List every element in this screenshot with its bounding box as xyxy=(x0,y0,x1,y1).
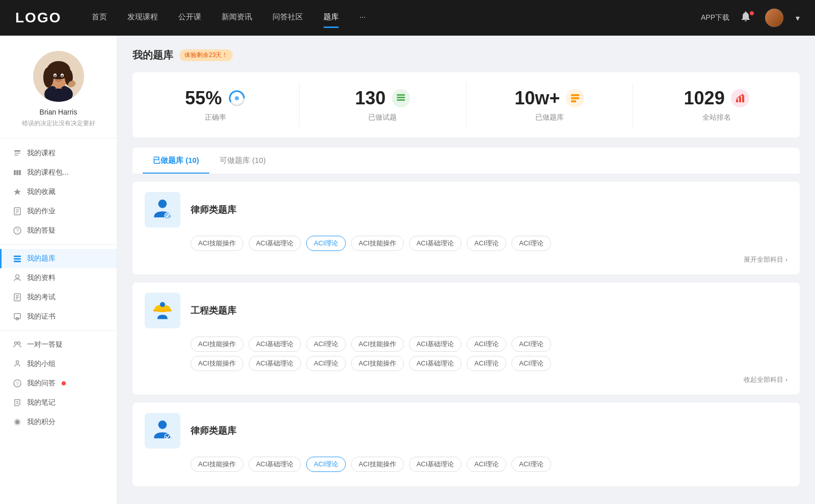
cert-icon xyxy=(13,312,22,321)
user-menu-chevron[interactable]: ▾ xyxy=(796,13,800,23)
tag[interactable]: ACI理论 xyxy=(467,457,506,472)
points-icon xyxy=(13,417,22,427)
user-avatar[interactable] xyxy=(765,9,783,27)
group-icon xyxy=(13,359,22,369)
svg-rect-62 xyxy=(153,310,172,311)
tag[interactable]: ACI理论 xyxy=(306,356,346,371)
qbank-1-expand[interactable]: 展开全部科目 › xyxy=(145,255,787,264)
tag[interactable]: ACI理论 xyxy=(467,337,506,352)
nav-qbank[interactable]: 题库 xyxy=(323,12,339,24)
qa-icon: ? xyxy=(13,226,22,235)
sidebar-item-1on1[interactable]: 一对一答疑 xyxy=(0,335,117,354)
nav-news[interactable]: 新闻资讯 xyxy=(222,12,252,24)
svg-rect-17 xyxy=(19,170,21,175)
svg-rect-49 xyxy=(397,97,405,98)
tag[interactable]: ACI技能操作 xyxy=(351,337,404,352)
qbank-2-collapse[interactable]: 收起全部科目 › xyxy=(145,375,787,384)
course-pack-icon xyxy=(13,168,22,177)
main-content: 我的题库 体验剩余23天！ 55% 正确 xyxy=(117,36,815,504)
tag[interactable]: ACI基础理论 xyxy=(249,337,302,352)
tab-done-banks[interactable]: 已做题库 (10) xyxy=(143,148,209,174)
tag[interactable]: ACI基础理论 xyxy=(409,457,462,472)
svg-point-5 xyxy=(43,67,53,88)
tag[interactable]: ACI基础理论 xyxy=(249,356,302,371)
sidebar-item-homework[interactable]: 我的作业 xyxy=(0,202,117,221)
tag-active[interactable]: ACI理论 xyxy=(306,236,346,251)
tag-active[interactable]: ACI理论 xyxy=(306,457,346,472)
tag[interactable]: ACI技能操作 xyxy=(191,337,243,352)
favorites-icon xyxy=(13,187,22,197)
tag[interactable]: ACI理论 xyxy=(511,356,551,371)
nav-opencourse[interactable]: 公开课 xyxy=(178,12,201,24)
tag[interactable]: ACI基础理论 xyxy=(409,337,462,352)
tag[interactable]: ACI理论 xyxy=(511,236,551,251)
sidebar-item-course-pack[interactable]: 我的课程包... xyxy=(0,163,117,182)
svg-rect-12 xyxy=(14,150,20,152)
trial-badge: 体验剩余23天！ xyxy=(179,49,233,61)
tag[interactable]: ACI技能操作 xyxy=(191,236,243,251)
nav-home[interactable]: 首页 xyxy=(92,12,107,24)
tag[interactable]: ACI技能操作 xyxy=(351,457,404,472)
tag[interactable]: ACI技能操作 xyxy=(191,356,243,371)
sidebar-item-cert[interactable]: 我的证书 xyxy=(0,307,117,326)
tab-available-banks[interactable]: 可做题库 (10) xyxy=(209,148,276,174)
tag[interactable]: ACI理论 xyxy=(467,236,506,251)
qbank-1-icon xyxy=(145,192,180,228)
done-questions-icon xyxy=(392,89,410,107)
tag[interactable]: ACI技能操作 xyxy=(351,236,404,251)
nav-more[interactable]: ··· xyxy=(359,12,366,24)
sidebar-item-qbank[interactable]: 我的题库 xyxy=(0,249,117,268)
sidebar-item-favorites[interactable]: 我的收藏 xyxy=(0,182,117,202)
svg-point-43 xyxy=(15,420,19,424)
notification-bell[interactable] xyxy=(740,10,755,25)
profile-icon xyxy=(13,273,22,283)
tag[interactable]: ACI技能操作 xyxy=(351,356,404,371)
stats-row: 55% 正确率 130 xyxy=(132,72,800,137)
qbank-2-icon xyxy=(145,293,180,328)
qbank-card-2: 工程类题库 ACI技能操作 ACI基础理论 ACI理论 ACI技能操作 ACI基… xyxy=(132,283,800,395)
app-download-button[interactable]: APP下载 xyxy=(701,13,729,22)
svg-rect-55 xyxy=(739,97,741,102)
sidebar-item-courses[interactable]: 我的课程 xyxy=(0,144,117,163)
qbank-3-icon xyxy=(145,413,180,449)
sidebar: Brian Harris 错误的决定比没有决定要好 我的课程 我的课程包... … xyxy=(0,36,117,504)
stat-done-questions-row: 130 xyxy=(355,88,410,109)
sidebar-item-points[interactable]: 我的积分 xyxy=(0,412,117,432)
svg-rect-54 xyxy=(736,99,738,102)
sidebar-cert-label: 我的证书 xyxy=(27,312,56,321)
sidebar-homework-label: 我的作业 xyxy=(27,207,56,216)
tag[interactable]: ACI理论 xyxy=(467,356,506,371)
homework-icon xyxy=(13,207,22,216)
svg-rect-48 xyxy=(397,94,405,96)
tag[interactable]: ACI基础理论 xyxy=(409,236,462,251)
sidebar-item-exam[interactable]: 我的考试 xyxy=(0,288,117,307)
svg-rect-13 xyxy=(14,153,20,154)
stat-done-questions-value: 130 xyxy=(355,88,386,109)
sidebar-points-label: 我的积分 xyxy=(27,417,56,427)
sidebar-item-qa[interactable]: ? 我的答疑 xyxy=(0,221,117,240)
tag[interactable]: ACI技能操作 xyxy=(191,457,243,472)
tag[interactable]: ACI基础理论 xyxy=(249,236,302,251)
qbank-card-3: 律师类题库 ACI技能操作 ACI基础理论 ACI理论 ACI技能操作 ACI基… xyxy=(132,403,800,486)
nav-qa[interactable]: 问答社区 xyxy=(273,12,303,24)
nav-discover[interactable]: 发现课程 xyxy=(127,12,158,24)
profile-section: Brian Harris 错误的决定比没有决定要好 xyxy=(0,51,117,138)
tag[interactable]: ACI理论 xyxy=(306,337,346,352)
sidebar-course-pack-label: 我的课程包... xyxy=(27,168,69,177)
tag[interactable]: ACI理论 xyxy=(511,337,551,352)
tag[interactable]: ACI理论 xyxy=(511,457,551,472)
menu-divider-2 xyxy=(0,330,117,331)
tag[interactable]: ACI基础理论 xyxy=(249,457,302,472)
sidebar-item-notes[interactable]: 我的笔记 xyxy=(0,393,117,412)
tag[interactable]: ACI基础理论 xyxy=(409,356,462,371)
svg-marker-18 xyxy=(14,188,21,195)
qbank-2-header: 工程类题库 xyxy=(145,293,787,328)
svg-point-28 xyxy=(16,275,19,278)
svg-point-58 xyxy=(158,200,167,208)
sidebar-item-profile[interactable]: 我的资料 xyxy=(0,268,117,288)
sidebar-item-group[interactable]: 我的小组 xyxy=(0,354,117,374)
sidebar-item-questions[interactable]: ? 我的问答 xyxy=(0,374,117,393)
stat-done-banks: 10w+ 已做题库 xyxy=(467,82,634,127)
1on1-icon xyxy=(13,340,22,349)
svg-point-37 xyxy=(16,361,19,363)
